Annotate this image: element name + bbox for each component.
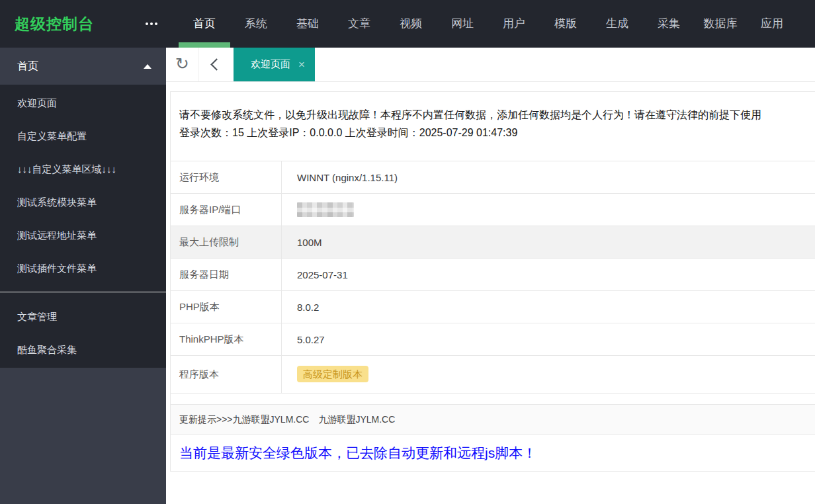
row-value: 5.0.27 — [282, 334, 325, 345]
more-icon[interactable] — [144, 19, 159, 29]
nav-item-homepage[interactable]: 首页 — [179, 0, 230, 48]
nav-item-application[interactable]: 应用 — [746, 0, 798, 48]
refresh-icon: ↻ — [175, 56, 189, 72]
row-label: ThinkPHP版本 — [171, 323, 282, 355]
sidebar-item-article-manage[interactable]: 文章管理 — [0, 300, 166, 333]
table-row: 运行环境 WINNT (nginx/1.15.11) — [171, 161, 815, 194]
nav-item-video[interactable]: 视频 — [385, 0, 437, 48]
row-value: WINNT (nginx/1.15.11) — [282, 172, 398, 183]
table-row: 最大上传限制 100M — [171, 226, 815, 259]
top-header: 超级控制台 首页 系统 基础 文章 视频 网址 用户 模版 生成 采集 数据库 … — [0, 0, 815, 48]
sidebar-submenu: 欢迎页面 自定义菜单配置 ↓↓↓自定义菜单区域↓↓↓ 测试系统模块菜单 测试远程… — [0, 85, 166, 292]
chevron-left-icon — [210, 58, 222, 70]
update-notice-bar: 更新提示>>>九游联盟JYLM.CC 九游联盟JYLM.CC — [171, 404, 815, 435]
version-badge: 高级定制版本 — [297, 366, 368, 382]
tab-label: 欢迎页面 — [251, 58, 290, 71]
table-row: 服务器IP/端口 — [171, 194, 815, 226]
sidebar-item-kuyu-aggregate-collect[interactable]: 酷鱼聚合采集 — [0, 333, 166, 366]
table-row: 程序版本 高级定制版本 — [171, 356, 815, 394]
notice-block: 请不要修改系统文件，以免升级出现故障！本程序不内置任何数据，添加任何数据均是个人… — [171, 92, 815, 161]
close-icon[interactable]: × — [298, 59, 305, 70]
sidebar-section-home[interactable]: 首页 — [0, 48, 166, 85]
nav-item-user[interactable]: 用户 — [488, 0, 540, 48]
nav-item-collect[interactable]: 采集 — [643, 0, 695, 48]
row-value — [282, 202, 354, 217]
system-notice-text: 请不要修改系统文件，以免升级出现故障！本程序不内置任何数据，添加任何数据均是个人… — [179, 106, 815, 124]
tab-bar: ↻ 欢迎页面 × — [166, 48, 815, 82]
row-label: 最大上传限制 — [171, 226, 282, 258]
nav-item-basic[interactable]: 基础 — [282, 0, 333, 48]
tab-welcome-page[interactable]: 欢迎页面 × — [234, 48, 315, 81]
row-value: 高级定制版本 — [282, 368, 368, 381]
server-ip-redacted-value — [297, 202, 354, 217]
sidebar-submenu-2: 文章管理 酷鱼聚合采集 — [0, 292, 166, 368]
row-label: 服务器IP/端口 — [171, 194, 282, 226]
sidebar-item-test-plugin-file-menu[interactable]: 测试插件文件菜单 — [0, 252, 166, 285]
row-label: 程序版本 — [171, 356, 282, 393]
row-value: 8.0.2 — [282, 302, 319, 313]
row-value: 2025-07-31 — [282, 269, 348, 280]
welcome-panel: 请不要修改系统文件，以免升级出现故障！本程序不内置任何数据，添加任何数据均是个人… — [170, 91, 815, 472]
nav-item-database[interactable]: 数据库 — [695, 0, 746, 48]
main-content: 请不要修改系统文件，以免升级出现故障！本程序不内置任何数据，添加任何数据均是个人… — [166, 81, 815, 504]
app-logo: 超级控制台 — [15, 14, 94, 34]
nav-item-template[interactable]: 模版 — [540, 0, 591, 48]
back-button[interactable] — [199, 48, 232, 81]
system-info-table: 运行环境 WINNT (nginx/1.15.11) 服务器IP/端口 最大上传… — [171, 161, 815, 394]
top-navigation: 首页 系统 基础 文章 视频 网址 用户 模版 生成 采集 数据库 应用 — [179, 0, 798, 48]
refresh-button[interactable]: ↻ — [166, 48, 199, 81]
collapse-arrow-icon — [144, 64, 151, 69]
row-label: 运行环境 — [171, 161, 282, 193]
status-message: 当前是最新安全绿色版本，已去除自动更新和远程js脚本！ — [171, 435, 815, 472]
table-row: ThinkPHP版本 5.0.27 — [171, 323, 815, 356]
table-row: 服务器日期 2025-07-31 — [171, 259, 815, 291]
nav-item-website[interactable]: 网址 — [437, 0, 488, 48]
row-label: 服务器日期 — [171, 259, 282, 290]
nav-item-system[interactable]: 系统 — [230, 0, 282, 48]
row-value: 100M — [282, 237, 322, 248]
sidebar-item-test-system-module-menu[interactable]: 测试系统模块菜单 — [0, 186, 166, 219]
sidebar-item-test-remote-address-menu[interactable]: 测试远程地址菜单 — [0, 219, 166, 252]
login-info-text: 登录次数：15 上次登录IP：0.0.0.0 上次登录时间：2025-07-29… — [179, 124, 815, 142]
sidebar-section-label: 首页 — [17, 60, 38, 73]
sidebar-item-custom-menu-config[interactable]: 自定义菜单配置 — [0, 120, 166, 153]
nav-item-generate[interactable]: 生成 — [591, 0, 643, 48]
nav-item-article[interactable]: 文章 — [333, 0, 385, 48]
logo-area: 超级控制台 — [0, 0, 166, 48]
table-row: PHP版本 8.0.2 — [171, 291, 815, 323]
sidebar-item-welcome-page[interactable]: 欢迎页面 — [0, 87, 166, 120]
sidebar-item-custom-menu-area[interactable]: ↓↓↓自定义菜单区域↓↓↓ — [0, 153, 166, 186]
sidebar: 首页 欢迎页面 自定义菜单配置 ↓↓↓自定义菜单区域↓↓↓ 测试系统模块菜单 测… — [0, 48, 166, 504]
row-label: PHP版本 — [171, 291, 282, 323]
